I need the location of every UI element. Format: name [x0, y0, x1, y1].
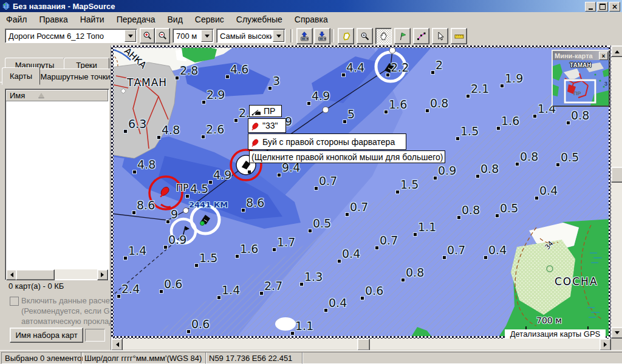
sounding-dot — [342, 73, 345, 76]
minimap-content[interactable]: ТАМАН 3 ПР — [553, 60, 609, 106]
sounding-dot — [346, 213, 349, 216]
sounding-value: 0.4 — [342, 247, 360, 260]
status-coordinates: N59 17.736 E56 22.451 — [205, 352, 303, 364]
mapset-name-label: Имя набора карт — [15, 331, 77, 340]
sounding-value: 1.9 — [505, 72, 523, 85]
chevron-down-icon[interactable] — [125, 30, 136, 42]
sounding-dot — [133, 170, 136, 174]
mapset-name-field[interactable] — [85, 329, 105, 342]
title-bar[interactable]: Без названия - MapSource × — [0, 0, 622, 12]
tooltip-text: Буй с правой стороны фарватера — [262, 137, 395, 147]
tab-карты[interactable]: Карты — [2, 67, 40, 85]
status-position-format: Шир/долг гггг°мм.ммм'(WGS 84) — [81, 352, 207, 364]
tooltip-text: (Щелкните правой кнопкой мыши для больше… — [251, 152, 443, 162]
sounding-dot — [375, 246, 378, 249]
scroll-left-button[interactable] — [111, 339, 123, 351]
include-route-data-checkbox[interactable] — [10, 297, 19, 306]
minimap-town-label: ТАМАН — [570, 62, 591, 69]
selection-tool-button[interactable] — [432, 28, 448, 44]
sounding-value: 2.7 — [264, 279, 282, 292]
menu-item-8[interactable]: Справка — [289, 13, 334, 26]
map-vscrollbar[interactable] — [611, 46, 622, 339]
menu-item-2[interactable]: Правка — [33, 13, 73, 26]
scroll-right-button[interactable] — [97, 269, 108, 280]
menu-item-5[interactable]: Вид — [162, 13, 189, 26]
route-tool-button[interactable] — [413, 28, 429, 44]
sounding-dot — [260, 292, 263, 295]
map-scale-combo[interactable]: 700 м — [173, 29, 214, 43]
measure-tool-button[interactable] — [451, 28, 467, 44]
sounding-dot — [567, 121, 570, 124]
sounding-value: 0.7 — [380, 234, 398, 247]
tab-маршрутные-точки[interactable]: Маршрутные точки — [39, 69, 111, 84]
sounding-dot — [234, 119, 238, 122]
mapset-name-button[interactable]: Имя набора карт — [10, 328, 83, 343]
detail-level-combo[interactable]: Самый высокий — [216, 29, 285, 43]
sounding-value: 0.6 — [365, 284, 383, 297]
sounding-value: 0.8 — [462, 203, 480, 217]
buoy-icon — [250, 121, 260, 130]
map-canvas[interactable]: 2.84.632.94.42.224.951.60.81.92.10.81.41… — [111, 46, 611, 339]
zoom-out-button[interactable] — [155, 28, 170, 44]
waypoint-tool-button[interactable] — [394, 28, 411, 44]
chevron-down-icon[interactable] — [201, 30, 213, 42]
hand-tool-button[interactable] — [375, 28, 392, 44]
sounding-dot — [466, 95, 470, 98]
map-boundary — [111, 46, 114, 339]
minimap-window[interactable]: Мини-карта × — [552, 50, 610, 107]
menu-item-6[interactable]: Сервис — [189, 13, 230, 26]
sounding-value: 4.5 — [190, 182, 208, 195]
sort-ascending-icon — [38, 93, 44, 98]
menu-bar: ФайлПравкаНайтиПередачаВидСервисСлужебны… — [0, 12, 622, 27]
menu-item-3[interactable]: Найти — [74, 13, 111, 26]
sounding-dot — [443, 256, 446, 259]
map-tool-button[interactable] — [338, 28, 354, 44]
menu-item-1[interactable]: Файл — [0, 13, 33, 26]
sounding-value: 4.8 — [162, 123, 180, 136]
window-title: Без названия - MapSource — [13, 2, 115, 11]
sounding-dot — [195, 264, 198, 267]
menu-item-4[interactable]: Передача — [111, 13, 162, 26]
sounding-value: 1.1 — [295, 319, 313, 332]
sounding-dot — [402, 278, 405, 281]
list-hscrollbar[interactable] — [6, 269, 108, 279]
map-hscrollbar[interactable] — [111, 339, 611, 349]
sounding-value: 0.8 — [406, 266, 424, 279]
tooltip-row-2: "33" — [248, 118, 286, 133]
maximize-button[interactable] — [597, 2, 608, 12]
minimap-close-icon[interactable]: × — [599, 52, 608, 60]
scroll-thumb[interactable] — [357, 339, 370, 351]
scroll-right-button[interactable] — [600, 339, 611, 351]
scroll-down-button[interactable] — [611, 327, 622, 339]
maps-count: 0 карт(а) - 0 КБ — [9, 281, 64, 291]
sounding-dot — [396, 190, 399, 194]
sounding-dot — [497, 127, 500, 130]
minimap-titlebar[interactable]: Мини-карта × — [553, 51, 609, 60]
sounding-value: 1.1 — [418, 220, 436, 234]
zoom-in-button[interactable] — [140, 28, 155, 44]
sounding-value: 0.6 — [164, 277, 182, 291]
sidebar: Имя 0 карт(а) - 0 КБ Включить данные рас… — [0, 46, 111, 350]
sounding-value: 0.8 — [520, 150, 538, 163]
scroll-up-button[interactable] — [611, 46, 622, 57]
chevron-down-icon[interactable] — [273, 30, 284, 42]
sounding-value: 0.9 — [438, 164, 456, 177]
sounding-value: 4.4 — [346, 61, 364, 74]
minimize-button[interactable] — [585, 2, 596, 12]
map-product-combo[interactable]: Дороги Россмм 6_12 Топо — [5, 29, 137, 43]
sounding-value: 1.3 — [304, 270, 323, 283]
sounding-dot — [226, 75, 229, 78]
sounding-dot — [291, 332, 294, 335]
tooltip-row-3: Буй с правой стороны фарватера — [248, 133, 406, 150]
scroll-thumb[interactable] — [16, 269, 55, 280]
scroll-thumb[interactable] — [611, 167, 622, 183]
list-header[interactable]: Имя — [6, 90, 108, 101]
sounding-dot — [164, 246, 167, 249]
close-button[interactable]: × — [609, 2, 620, 12]
maps-list[interactable]: Имя — [5, 89, 109, 280]
zoom-tool-button[interactable] — [357, 28, 373, 44]
send-to-device-button[interactable] — [296, 28, 313, 44]
menu-item-7[interactable]: Служебные — [230, 13, 289, 26]
receive-from-device-button[interactable] — [314, 28, 330, 44]
sounding-value: 2.2 — [391, 61, 409, 74]
